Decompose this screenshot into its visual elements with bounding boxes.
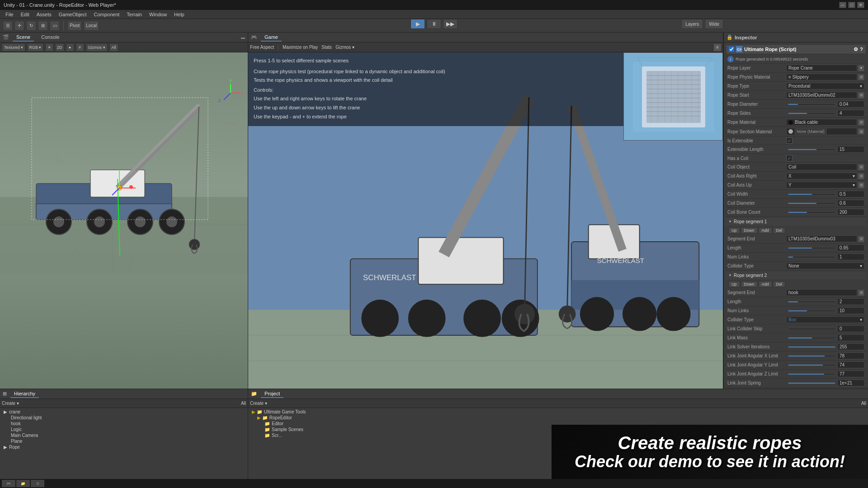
scene-tab[interactable]: Scene [13,33,34,42]
segment2-length-slider[interactable] [788,301,835,303]
coil-bone-count-slider[interactable] [788,211,835,213]
hierarchy-item-rope[interactable]: ▶ Rope [0,444,248,450]
coil-bone-count-value[interactable]: 200 [837,209,864,216]
segment1-num-links-value[interactable]: 1 [837,253,864,260]
link-mass-value[interactable]: 5 [837,334,864,341]
segment2-collider-type-value[interactable]: Box ▾ [786,316,864,323]
rope-layer-value[interactable]: Rope Crane [786,65,857,71]
coil-axis-up-value[interactable]: Y ▾ [786,182,857,188]
extensible-length-slider[interactable] [788,149,835,150]
rope-material-pick[interactable]: ⊙ [858,119,864,126]
hierarchy-item-logic[interactable]: Logic [0,427,248,432]
rope-start-value[interactable]: LTM1030SeilDummv02 [786,92,857,99]
coil-axis-right-end[interactable]: ⊙ [858,173,864,179]
hierarchy-item-directional-light[interactable]: Directional light [0,415,248,421]
maximize-on-play-label[interactable]: Maximize on Play [283,45,318,50]
scene-toggle-1[interactable]: ☀ [45,43,53,52]
segment2-num-links-slider[interactable] [788,310,835,312]
is-extensible-checkbox[interactable]: ✓ [786,137,793,144]
component-help-icon[interactable]: ? [860,47,863,52]
local-button[interactable]: Local [84,21,99,31]
rope-section-mat-pick[interactable]: ⊙ [858,128,864,135]
console-tab[interactable]: Console [38,33,63,42]
maximize-button[interactable]: □ [848,2,855,8]
scale-tool-button[interactable]: ⊞ [38,21,48,31]
pivot-button[interactable]: Pivot [67,21,82,31]
rgb-dropdown[interactable]: RGB ▾ [27,43,44,52]
project-create-label[interactable]: Create ▾ [250,401,267,406]
project-all-label[interactable]: All [861,401,866,406]
segment2-length-value[interactable]: 2 [837,298,864,305]
segment1-del-button[interactable]: Del [773,227,786,234]
coil-diameter-slider[interactable] [788,202,835,204]
scene-viewport[interactable]: X Y Z Persp [0,52,248,389]
rope-physic-mat-pick[interactable]: ⊙ [858,74,864,80]
free-aspect-label[interactable]: Free Aspect [250,45,274,50]
component-settings-icon[interactable]: ⚙ [854,47,858,52]
hierarchy-item-crane[interactable]: ▶ crane [0,409,248,415]
segment2-add-button[interactable]: Add [759,281,772,287]
taskbar-btn-2[interactable]: 📁 [16,480,30,487]
menu-gameobject[interactable]: GameObject [55,10,90,19]
rotate-tool-button[interactable]: ↻ [26,21,36,31]
coil-diameter-value[interactable]: 0.6 [837,200,864,206]
coil-object-value[interactable]: Coil [786,164,857,170]
rope-segment-2-header[interactable]: ▼ Rope segment 2 [726,272,866,279]
coil-width-slider[interactable] [788,193,835,195]
link-solver-iter-slider[interactable] [788,346,835,348]
rope-diameter-value[interactable]: 0.04 [837,101,864,108]
menu-component[interactable]: Component [90,10,123,19]
link-joint-x-value[interactable]: 78 [837,352,864,359]
menu-assets[interactable]: Assets [33,10,55,19]
segment2-del-button[interactable]: Del [773,281,786,287]
hand-tool-button[interactable]: ☰ [3,21,13,31]
hierarchy-item-main-camera[interactable]: Main Camera [0,432,248,438]
link-joint-y-slider[interactable] [788,364,835,366]
game-tab[interactable]: Game [261,33,282,42]
link-joint-x-slider[interactable] [788,355,835,357]
hierarchy-item-plane[interactable]: Plane [0,438,248,444]
wide-dropdown[interactable]: Wide [705,19,723,29]
link-joint-spring-slider[interactable] [788,382,835,384]
segment2-num-links-value[interactable]: 10 [837,307,864,314]
segment1-add-button[interactable]: Add [759,227,772,234]
taskbar-btn-1[interactable]: 🎮 [2,480,15,487]
step-button[interactable]: ▶▶ [443,19,458,29]
menu-help[interactable]: Help [170,10,188,19]
segment1-end-pick[interactable]: ⊙ [858,236,864,242]
component-enable-checkbox[interactable] [729,47,734,52]
segment2-down-button[interactable]: Down [741,281,758,287]
project-item-ult-game-tools[interactable]: ▶ 📁 Ultimate Game Tools [248,409,868,415]
game-viewport[interactable]: SCHWERLAST SCHWERLAST Press 1-5 to selec… [248,52,723,389]
gizmos-dropdown[interactable]: Gizmos ▾ [86,43,108,52]
pause-button[interactable]: ⏸ [427,19,441,29]
segment1-down-button[interactable]: Down [741,227,758,234]
menu-file[interactable]: File [2,10,17,19]
link-solver-iter-value[interactable]: 255 [837,343,864,350]
translate-tool-button[interactable]: ✛ [14,21,24,31]
rect-tool-button[interactable]: ▭ [50,21,60,31]
segment2-link-collider-skip-value[interactable]: 0 [837,325,864,332]
stats-label[interactable]: Stats [321,45,332,50]
game-gizmos-label[interactable]: Gizmos ▾ [335,45,354,50]
rope-sides-slider[interactable] [788,113,835,114]
all-dropdown[interactable]: All [109,43,118,52]
coil-axis-right-value[interactable]: X ▾ [786,173,857,179]
rope-start-pick[interactable]: ⊙ [858,92,864,99]
segment2-link-collider-skip-slider[interactable] [788,328,835,330]
textured-dropdown[interactable]: Textured ▾ [2,43,25,52]
project-item-rope-editor[interactable]: ▶ 📁 RopeEditor [248,415,868,421]
link-joint-z-slider[interactable] [788,373,835,375]
taskbar-btn-3[interactable]: ⚙ [31,480,44,487]
hierarchy-item-hook[interactable]: hook [0,421,248,427]
minimize-button[interactable]: ─ [839,2,846,8]
scene-toggle-2[interactable]: 2D [55,43,64,52]
hierarchy-tab[interactable]: Hierarchy [10,390,39,398]
link-joint-y-value[interactable]: 74 [837,361,864,368]
coil-axis-up-end[interactable]: ⊙ [858,182,864,188]
game-panel-menu[interactable]: ≡ [714,44,721,51]
rope-material-value[interactable]: Black cable [786,119,857,126]
rope-layer-dropdown[interactable]: ▾ [858,65,864,71]
segment2-end-value[interactable]: hook [786,289,857,296]
rope-diameter-slider[interactable] [788,103,835,105]
